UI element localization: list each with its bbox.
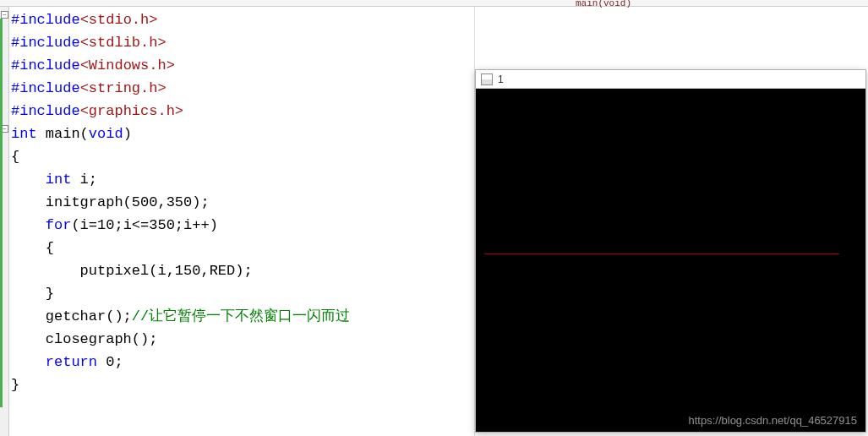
code-line[interactable]: } [11, 373, 474, 396]
code-line[interactable]: } [11, 282, 474, 305]
code-line[interactable]: #include<Windows.h> [11, 54, 474, 77]
code-content[interactable]: #include<stdio.h>#include<stdlib.h>#incl… [9, 7, 474, 436]
code-line[interactable]: getchar();//让它暂停一下不然窗口一闪而过 [11, 305, 474, 328]
drawn-red-line [484, 253, 839, 254]
code-line[interactable]: #include<stdlib.h> [11, 31, 474, 54]
watermark-text: https://blog.csdn.net/qq_46527915 [689, 414, 858, 427]
output-window-title: 1 [498, 74, 504, 85]
code-line[interactable]: return 0; [11, 351, 474, 373]
code-editor[interactable]: #include<stdio.h>#include<stdlib.h>#incl… [0, 7, 475, 436]
code-line[interactable]: initgraph(500,350); [11, 191, 474, 214]
app-icon [481, 74, 493, 85]
graphics-output-window[interactable]: 1 https://blog.csdn.net/qq_46527915 [475, 69, 866, 433]
code-line[interactable]: { [11, 145, 474, 168]
output-titlebar[interactable]: 1 [476, 70, 865, 89]
code-line[interactable]: closegraph(); [11, 328, 474, 351]
code-line[interactable]: int i; [11, 168, 474, 191]
fold-toggle-icon[interactable] [1, 11, 8, 19]
code-line[interactable]: #include<graphics.h> [11, 100, 474, 123]
fold-gutter [0, 7, 9, 436]
output-canvas: https://blog.csdn.net/qq_46527915 [476, 89, 865, 432]
code-line[interactable]: #include<string.h> [11, 77, 474, 100]
code-line[interactable]: { [11, 237, 474, 259]
code-line[interactable]: int main(void) [11, 123, 474, 145]
breadcrumb-hint: main(void) [576, 0, 631, 8]
top-toolbar: main(void) [0, 0, 868, 7]
code-line[interactable]: for(i=10;i<=350;i++) [11, 214, 474, 237]
code-line[interactable]: putpixel(i,150,RED); [11, 259, 474, 282]
code-line[interactable]: #include<stdio.h> [11, 8, 474, 31]
change-marker [0, 19, 3, 407]
